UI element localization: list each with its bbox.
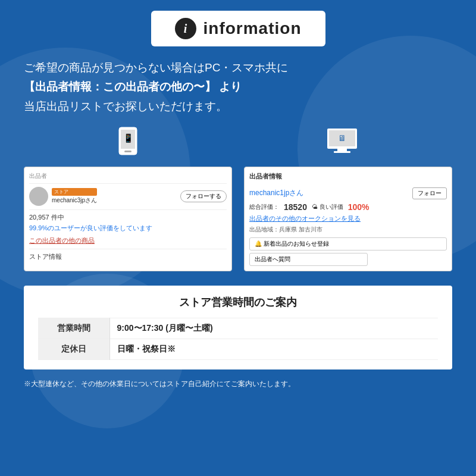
table-row: 営業時間 9:00〜17:30 (月曜〜土曜) — [38, 318, 438, 339]
description-line1: ご希望の商品が見つからない場合はPC・スマホ共に — [24, 61, 288, 74]
avatar — [29, 187, 48, 206]
footnote: ※大型連休など、その他の休業日についてはストア自己紹介にてご案内いたします。 — [24, 379, 452, 389]
hours-value-2: 日曜・祝祭日※ — [109, 339, 438, 359]
svg-text:📱: 📱 — [123, 133, 134, 143]
computer-icon: 🖥 — [324, 127, 360, 162]
question-button[interactable]: 出品者へ質問 — [249, 253, 368, 266]
hours-label-2: 定休日 — [38, 339, 109, 359]
mobile-section-label: 出品者 — [29, 172, 227, 180]
auction-link[interactable]: 出品者のその他のオークションを見る — [249, 214, 447, 223]
store-info-link[interactable]: ストア情報 — [29, 252, 227, 261]
pc-screenshot: 出品者情報 mechanic1jpさん フォロー 総合評価： 18520 🌤 良… — [244, 167, 452, 271]
business-title: ストア営業時間のご案内 — [38, 295, 438, 309]
svg-rect-7 — [334, 151, 350, 153]
info-title: information — [203, 19, 302, 38]
mobile-seller-name: mechanic3jpさん — [52, 197, 97, 203]
info-icon: i — [175, 18, 196, 39]
pc-section-label: 出品者情報 — [249, 172, 282, 181]
good-rating-label: 🌤 良い評価 — [312, 203, 343, 211]
total-rating-value: 18520 — [284, 202, 307, 212]
hours-label-1: 営業時間 — [38, 318, 109, 339]
total-rating-label: 総合評価： — [249, 203, 279, 211]
smartphone-icon: 📱 — [116, 127, 140, 162]
mobile-screenshot: 出品者 ストア mechanic3jpさん フォローする 20,957 件中 9… — [24, 167, 232, 271]
store-badge: ストア — [52, 188, 97, 196]
business-hours-section: ストア営業時間のご案内 営業時間 9:00〜17:30 (月曜〜土曜) 定休日 … — [24, 286, 452, 369]
rating-text: 99.9%のユーザーが良い評価をしています — [29, 224, 227, 233]
svg-text:🖥: 🖥 — [338, 133, 346, 143]
notify-button[interactable]: 🔔 新着出品のお知らせ登録 — [249, 237, 447, 250]
hours-table: 営業時間 9:00〜17:30 (月曜〜土曜) 定休日 日曜・祝祭日※ — [38, 318, 438, 360]
pc-follow-button[interactable]: フォロー — [412, 187, 447, 199]
description-block: ご希望の商品が見つからない場合はPC・スマホ共に 【出品者情報：この出品者の他の… — [24, 58, 452, 116]
count-text: 20,957 件中 — [29, 213, 227, 222]
svg-rect-6 — [337, 149, 347, 151]
hours-value-1: 9:00〜17:30 (月曜〜土曜) — [109, 318, 438, 339]
other-products-link[interactable]: この出品者の他の商品 — [29, 236, 227, 245]
location-text: 出品地域：兵庫県 加古川市 — [249, 226, 447, 234]
description-line3: 当店出品リストでお探しいただけます。 — [24, 100, 227, 112]
pc-seller-name: mechanic1jpさん — [249, 188, 303, 198]
table-row: 定休日 日曜・祝祭日※ — [38, 339, 438, 359]
device-icons-row: 📱 🖥 — [24, 127, 452, 162]
description-line2: 【出品者情報：この出品者の他の〜】 より — [24, 80, 242, 93]
info-banner: i information — [151, 11, 325, 46]
mobile-follow-button[interactable]: フォローする — [180, 190, 227, 202]
main-content: i information ご希望の商品が見つからない場合はPC・スマホ共に 【… — [12, 0, 464, 400]
svg-rect-2 — [124, 151, 131, 152]
good-rating-percent: 100% — [348, 202, 369, 212]
screenshots-row: 出品者 ストア mechanic3jpさん フォローする 20,957 件中 9… — [24, 167, 452, 271]
